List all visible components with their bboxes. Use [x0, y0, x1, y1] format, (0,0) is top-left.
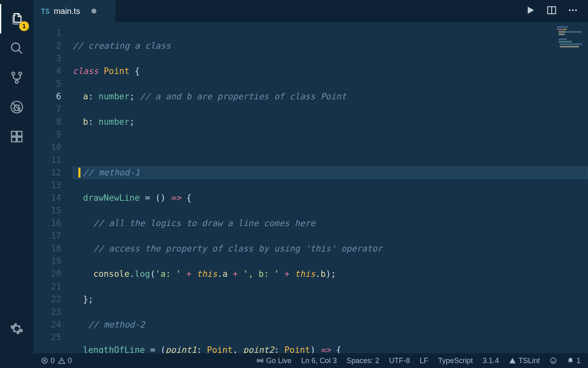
editor[interactable]: 1 2 3 4 5 6 7 8 9 10 11 12 13 14 15 16 1… [33, 22, 588, 353]
code-line: }; [73, 293, 588, 306]
code-line: class Point { [73, 65, 588, 78]
svg-point-13 [575, 9, 577, 11]
status-notifications[interactable]: 1 [567, 357, 581, 365]
code-line: // method-2 [73, 319, 588, 331]
status-spaces[interactable]: Spaces: 2 [347, 357, 379, 365]
code-line: b: number; [73, 116, 588, 128]
activity-debug[interactable] [0, 92, 33, 122]
svg-rect-6 [11, 131, 16, 136]
status-ts-version[interactable]: 3.1.4 [483, 357, 499, 365]
cursor-icon [78, 168, 80, 177]
svg-rect-7 [11, 137, 16, 141]
warning-icon [58, 357, 65, 364]
dirty-indicator-icon [91, 9, 96, 13]
svg-point-16 [550, 358, 556, 364]
activity-explorer[interactable]: 1 [0, 4, 33, 34]
code-line [73, 141, 588, 154]
run-button[interactable] [525, 5, 536, 17]
status-eol[interactable]: LF [420, 357, 428, 365]
ellipsis-icon [568, 5, 578, 16]
tab-main-ts[interactable]: TS main.ts [33, 0, 115, 22]
svg-rect-9 [17, 131, 22, 136]
activity-extensions[interactable] [0, 122, 33, 151]
error-icon [41, 357, 48, 364]
status-errors[interactable]: 0 [41, 357, 55, 365]
debug-icon [10, 100, 24, 114]
activity-source-control[interactable] [0, 63, 33, 92]
code-line: // creating a class [73, 40, 588, 52]
tab-bar: TS main.ts [33, 0, 588, 22]
status-tslint[interactable]: TSLint [509, 357, 540, 365]
tab-filename: main.ts [54, 7, 80, 16]
activity-settings[interactable] [0, 314, 33, 343]
code-line: // all the logics to draw a line comes h… [73, 217, 588, 230]
minimap[interactable] [557, 26, 585, 51]
play-icon [525, 5, 536, 16]
svg-point-0 [11, 43, 20, 51]
activity-search[interactable] [0, 34, 33, 63]
extensions-icon [10, 130, 24, 144]
svg-point-15 [259, 360, 261, 362]
explorer-badge: 1 [19, 21, 29, 31]
svg-point-11 [569, 9, 570, 11]
split-icon [546, 5, 557, 16]
svg-point-12 [572, 9, 574, 11]
search-icon [10, 41, 24, 55]
status-language[interactable]: TypeScript [438, 357, 473, 365]
svg-point-2 [19, 72, 22, 75]
tab-language-badge: TS [41, 7, 50, 16]
code-line: a: number; // a and b are properties of … [73, 90, 588, 103]
svg-point-3 [15, 80, 18, 83]
status-encoding[interactable]: UTF-8 [389, 357, 410, 365]
status-feedback[interactable] [550, 357, 557, 364]
line-number-gutter: 1 2 3 4 5 6 7 8 9 10 11 12 13 14 15 16 1… [33, 22, 73, 353]
broadcast-icon [256, 357, 264, 364]
code-line: console.log('a: ' + this.a + ', b: ' + t… [73, 268, 588, 280]
smile-icon [550, 357, 557, 364]
activity-bar: 1 [0, 0, 33, 368]
code-line: // access the property of class by using… [73, 242, 588, 255]
code-line: drawNewLine = () => { [73, 192, 588, 204]
bell-icon [567, 357, 574, 364]
status-golive[interactable]: Go Live [256, 357, 292, 365]
branch-icon [10, 71, 24, 85]
code-area[interactable]: // creating a class class Point { a: num… [73, 22, 588, 353]
warning-icon [509, 357, 516, 364]
more-actions-button[interactable] [568, 5, 578, 17]
svg-rect-8 [17, 137, 22, 141]
status-warnings[interactable]: 0 [58, 357, 72, 365]
svg-point-1 [12, 72, 15, 75]
status-bar: 0 0 Go Live Ln 6, Col 3 Spaces: 2 UTF-8 … [33, 353, 588, 368]
code-line: lengthOfLine = (point1: Point, point2: P… [73, 344, 588, 353]
code-line-current: // method-1 [73, 166, 588, 179]
split-editor-button[interactable] [546, 5, 557, 17]
status-position[interactable]: Ln 6, Col 3 [301, 357, 337, 365]
gear-icon [10, 322, 24, 336]
